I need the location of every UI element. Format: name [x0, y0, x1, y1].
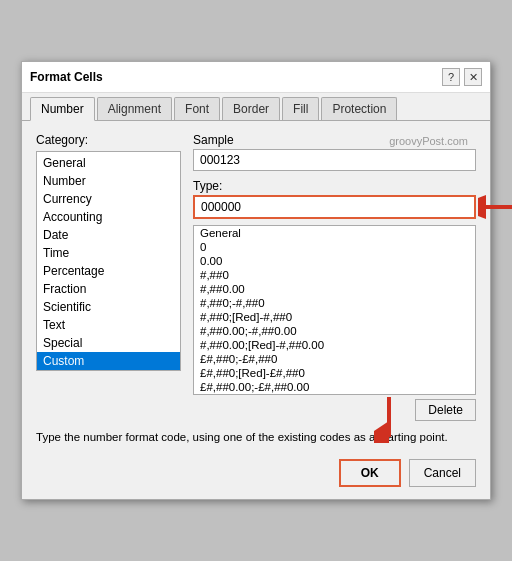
list-item[interactable]: £#,##0.00;-£#,##0.00 [194, 380, 475, 394]
list-item[interactable]: £#,##0.00;[Red]-£#,##0.00 [194, 394, 475, 395]
hint-text: Type the number format code, using one o… [36, 431, 476, 443]
left-column: Category: General Number Currency Accoun… [36, 133, 181, 421]
category-item-percentage[interactable]: Percentage [37, 262, 180, 280]
list-item[interactable]: #,##0;-#,##0 [194, 296, 475, 310]
dialog-body: groovyPost.com Category: General Number … [22, 121, 490, 499]
dialog-title: Format Cells [30, 70, 103, 84]
category-item-general[interactable]: General [37, 154, 180, 172]
sample-label: Sample [193, 133, 476, 147]
category-item-currency[interactable]: Currency [37, 190, 180, 208]
right-column: Sample 000123 Type: [193, 133, 476, 421]
format-list: General 0 0.00 #,##0 #,##0.00 #,##0;-#,#… [194, 226, 475, 395]
tab-alignment[interactable]: Alignment [97, 97, 172, 120]
ok-button[interactable]: OK [339, 459, 401, 487]
tab-border[interactable]: Border [222, 97, 280, 120]
sample-value: 000123 [193, 149, 476, 171]
list-item[interactable]: #,##0;[Red]-#,##0 [194, 310, 475, 324]
list-item[interactable]: £#,##0;-£#,##0 [194, 352, 475, 366]
category-item-time[interactable]: Time [37, 244, 180, 262]
tab-protection[interactable]: Protection [321, 97, 397, 120]
tab-fill[interactable]: Fill [282, 97, 319, 120]
category-item-text[interactable]: Text [37, 316, 180, 334]
type-input[interactable] [193, 195, 476, 219]
tab-number[interactable]: Number [30, 97, 95, 121]
delete-button-row: Delete [193, 399, 476, 421]
help-button[interactable]: ? [442, 68, 460, 86]
list-item[interactable]: 0 [194, 240, 475, 254]
tabs-bar: Number Alignment Font Border Fill Protec… [22, 93, 490, 121]
delete-button[interactable]: Delete [415, 399, 476, 421]
type-input-wrap [193, 195, 476, 219]
category-item-custom[interactable]: Custom [37, 352, 180, 370]
arrow-right-icon [478, 192, 512, 222]
list-item[interactable]: #,##0.00 [194, 282, 475, 296]
bottom-buttons: OK Cancel [36, 459, 476, 487]
format-list-container: General 0 0.00 #,##0 #,##0.00 #,##0;-#,#… [193, 225, 476, 395]
category-item-fraction[interactable]: Fraction [37, 280, 180, 298]
list-item[interactable]: #,##0.00;-#,##0.00 [194, 324, 475, 338]
format-list-wrap[interactable]: General 0 0.00 #,##0 #,##0.00 #,##0;-#,#… [193, 225, 476, 395]
main-content: Category: General Number Currency Accoun… [36, 133, 476, 421]
category-item-accounting[interactable]: Accounting [37, 208, 180, 226]
category-list[interactable]: General Number Currency Accounting Date … [36, 151, 181, 371]
list-item[interactable]: 0.00 [194, 254, 475, 268]
category-item-number[interactable]: Number [37, 172, 180, 190]
list-item[interactable]: #,##0.00;[Red]-#,##0.00 [194, 338, 475, 352]
list-item[interactable]: £#,##0;[Red]-£#,##0 [194, 366, 475, 380]
list-item[interactable]: General [194, 226, 475, 240]
category-label: Category: [36, 133, 181, 147]
category-item-date[interactable]: Date [37, 226, 180, 244]
title-bar-controls: ? ✕ [442, 68, 482, 86]
category-item-special[interactable]: Special [37, 334, 180, 352]
close-button[interactable]: ✕ [464, 68, 482, 86]
category-item-scientific[interactable]: Scientific [37, 298, 180, 316]
cancel-button[interactable]: Cancel [409, 459, 476, 487]
tab-font[interactable]: Font [174, 97, 220, 120]
list-item[interactable]: #,##0 [194, 268, 475, 282]
format-cells-dialog: Format Cells ? ✕ Number Alignment Font B… [21, 61, 491, 500]
title-bar: Format Cells ? ✕ [22, 62, 490, 93]
type-label: Type: [193, 179, 476, 193]
